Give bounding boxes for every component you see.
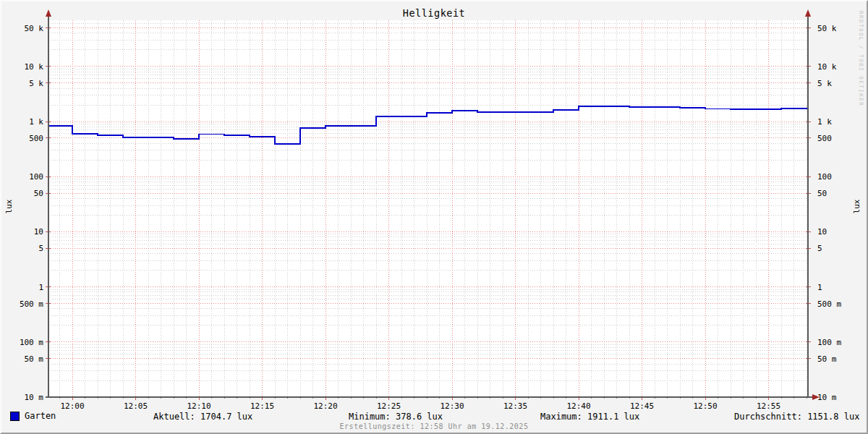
legend-stats-row: Garten Aktuell: 1704.7 lux Minimum: 378.…	[1, 411, 867, 422]
y-tick-label-left: 50	[34, 189, 43, 198]
x-tick-label: 12:40	[566, 401, 590, 411]
y-tick-label-right: 1 k	[817, 117, 832, 127]
y-tick-label-left: 50 m	[25, 354, 44, 364]
y-tick-label-right: 100	[817, 172, 832, 182]
y-tick-label-left: 50 k	[25, 24, 44, 33]
y-tick-label-left: 1	[38, 283, 43, 292]
y-axis-unit-right: lux	[843, 202, 868, 211]
y-axis-arrow-right	[805, 9, 811, 17]
x-tick-label: 12:30	[440, 401, 464, 411]
y-axis-arrow-left	[46, 9, 51, 17]
x-tick-label: 12:50	[693, 401, 717, 411]
stat-minimum: Minimum: 378.6 lux	[349, 412, 443, 422]
y-tick-label-right: 5 k	[817, 79, 832, 88]
legend-garten: Garten	[10, 411, 56, 421]
legend-label: Garten	[25, 411, 56, 421]
y-tick-label-left: 10 k	[25, 62, 44, 72]
y-tick-label-right: 500	[817, 134, 832, 143]
stat-maximum: Maximum: 1911.1 lux	[540, 412, 639, 422]
x-tick-label: 12:15	[250, 401, 274, 411]
y-tick-label-left: 5	[38, 244, 43, 253]
y-tick-label-left: 10	[34, 227, 43, 237]
y-axis-unit-left: lux	[0, 202, 24, 211]
x-tick-label: 12:20	[313, 401, 337, 411]
x-tick-label: 12:25	[377, 401, 401, 411]
y-tick-label-right: 50 m	[817, 354, 837, 364]
y-tick-label-right: 10 k	[817, 62, 837, 72]
y-tick-label-left: 1 k	[29, 117, 43, 127]
x-tick-label: 12:35	[503, 401, 527, 411]
y-tick-label-left: 100	[29, 172, 43, 182]
stat-aktuell: Aktuell: 1704.7 lux	[153, 412, 252, 422]
x-tick-label: 12:10	[187, 401, 210, 411]
y-tick-label-right: 5	[817, 244, 822, 253]
y-tick-label-right: 50 k	[817, 24, 837, 33]
y-tick-label-left: 10 m	[25, 393, 44, 402]
y-tick-label-right: 1	[817, 283, 822, 292]
y-tick-label-right: 100 m	[817, 338, 841, 347]
legend-color-swatch	[10, 412, 20, 421]
x-tick-label: 12:55	[757, 401, 780, 411]
plot-background	[48, 20, 808, 397]
stat-durchschnitt: Durchschnitt: 1151.8 lux	[734, 412, 859, 422]
rrdtool-graph: Helligkeit RRDTOOL / TOBI OETIKER 50 k50…	[0, 0, 868, 434]
y-tick-label-left: 5 k	[29, 79, 43, 88]
y-tick-label-left: 500	[29, 134, 43, 143]
y-tick-label-right: 10 m	[817, 393, 837, 402]
y-tick-label-right: 10	[817, 227, 827, 237]
chart-canvas: 50 k50 k10 k10 k5 k5 k1 k1 k500500100100…	[1, 1, 867, 433]
x-tick-label: 12:00	[60, 401, 84, 411]
y-tick-label-right: 500 m	[817, 299, 841, 309]
creation-timestamp: Erstellungszeit: 12:58 Uhr am 19.12.2025	[1, 422, 867, 430]
y-tick-label-left: 500 m	[20, 299, 43, 309]
x-tick-label: 12:45	[630, 401, 654, 411]
y-tick-label-left: 100 m	[20, 338, 43, 347]
y-tick-label-right: 50	[817, 189, 827, 198]
x-tick-label: 12:05	[124, 401, 148, 411]
